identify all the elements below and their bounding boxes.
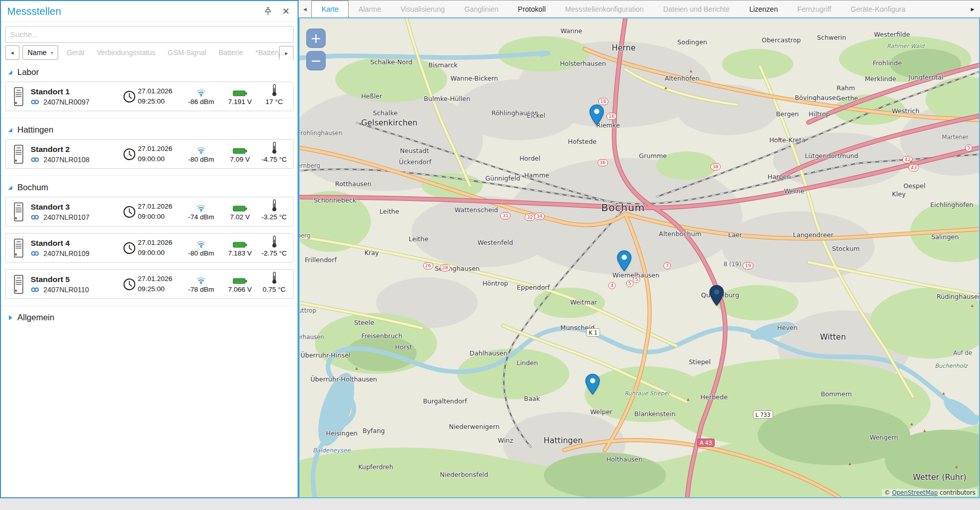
road-shield: 19: [743, 262, 753, 269]
map-label: Frillendorf: [305, 256, 337, 264]
measurement-row[interactable]: Standort 1 2407NLR0097 27.01.2026 09:25:…: [5, 82, 293, 111]
map-layer-labels: BochumGelsenkirchenHerneHattingenWittenW…: [300, 18, 979, 497]
map-label: Wanne: [560, 27, 582, 35]
battery-icon: [233, 147, 248, 155]
sort-field-button[interactable]: Name ▾: [22, 45, 58, 60]
tabs-scroll-left-icon[interactable]: ◄: [299, 1, 311, 17]
pin-icon[interactable]: [264, 7, 272, 16]
map-label: Eppendorf: [517, 283, 550, 291]
map-label: Byfang: [362, 426, 385, 434]
signal-value: -80 dBm: [188, 156, 214, 163]
wifi-icon: [196, 88, 206, 97]
tab-protokoll[interactable]: Protokoll: [508, 1, 555, 17]
pushpin-icon: [264, 7, 272, 16]
road-shield: 4: [608, 282, 616, 289]
sort-field-label: Name: [28, 48, 46, 57]
map-marker[interactable]: [709, 285, 724, 307]
tab-karte[interactable]: Karte: [311, 1, 349, 17]
temperature-value: 17 °C: [265, 98, 283, 106]
map-label: Welper: [590, 407, 612, 415]
map-label: Holthausen: [606, 455, 643, 463]
search-wrap: [5, 26, 293, 43]
group-header[interactable]: Labor: [1, 61, 298, 82]
battery-value: 7.191 V: [228, 98, 252, 106]
tab-visualisierung[interactable]: Visualisierung: [391, 1, 455, 17]
zoom-out-button[interactable]: −: [306, 51, 326, 70]
map-zoom-control: + −: [306, 29, 326, 70]
measurement-row[interactable]: Standort 2 2407NLR0108 27.01.2026 09:00:…: [5, 139, 293, 169]
road-shield: K 1: [586, 328, 600, 337]
tab-lizenzen[interactable]: Lizenzen: [740, 1, 788, 17]
tab-ganglinien[interactable]: Ganglinien: [455, 1, 508, 17]
map-label: Martener: [942, 134, 968, 141]
column-scroll-left-button[interactable]: ◂: [5, 45, 19, 60]
map-view[interactable]: BochumGelsenkirchenHerneHattingenWittenW…: [299, 17, 980, 498]
group-header[interactable]: Bochum: [1, 176, 298, 197]
column-field[interactable]: Verbindungsstatus: [96, 48, 155, 57]
tab-fernzugriff[interactable]: Fernzugriff: [788, 1, 841, 17]
link-icon: [31, 287, 39, 293]
device-serial: 2407NLR0097: [43, 98, 89, 106]
battery-value: 7.02 V: [230, 213, 250, 221]
osm-link[interactable]: OpenStreetMap: [892, 489, 938, 496]
measurement-time: 09:00:00: [138, 154, 182, 164]
measurement-date: 27.01.2026: [138, 86, 182, 96]
measurement-row[interactable]: Standort 3 2407NLR0107 27.01.2026 09:00:…: [5, 197, 293, 226]
map-label: Winz: [498, 437, 513, 444]
map-label: erhausen: [299, 334, 324, 341]
map-marker[interactable]: [585, 374, 600, 395]
temperature-value: 0.75 °C: [262, 286, 285, 293]
map-label: Wanne-Bickern: [451, 74, 498, 82]
tab-bar: ◄ KarteAlarmeVisualisierungGanglinienPro…: [299, 0, 980, 17]
panel-title: Messstellen: [7, 6, 61, 17]
group-header[interactable]: Hattingen: [1, 118, 298, 139]
close-icon[interactable]: ×: [283, 6, 289, 17]
tab-geräte-konfigura[interactable]: Geräte-Konfigura: [841, 1, 915, 17]
temperature-value: -4.75 °C: [261, 156, 287, 163]
column-field[interactable]: Gerät: [66, 48, 84, 57]
map-label: Stockum: [832, 244, 860, 252]
tab-messstellenkonfiguration[interactable]: Messstellenkonfiguration: [555, 1, 653, 17]
timestamp: 27.01.2026 09:00:00: [138, 144, 182, 165]
measurement-row[interactable]: Standort 4 2407NLR0109 27.01.2026 09:00:…: [5, 233, 293, 263]
map-label: Überruhr-Holthausen: [310, 375, 377, 383]
tabs-scroll-right-icon[interactable]: ►: [966, 1, 980, 17]
map-marker[interactable]: [589, 105, 604, 126]
map-label: uttrop: [299, 307, 316, 314]
peak-icon: ▲: [848, 461, 852, 466]
battery: 7.191 V: [220, 87, 259, 106]
map-label: Hattingen: [544, 436, 583, 445]
device-serial: 2407NLR0108: [43, 156, 89, 164]
row-identity: Standort 3 2407NLR0107: [31, 202, 89, 221]
map-marker[interactable]: [617, 250, 632, 271]
map-label: Rahmer Wald: [887, 43, 924, 49]
map-label: Westenfeld: [477, 238, 513, 246]
measurement-time: 09:25:00: [138, 284, 182, 294]
group-header[interactable]: Allgemein: [1, 306, 298, 327]
map-label: Leithe: [379, 208, 399, 215]
column-field[interactable]: Batterie: [218, 48, 243, 57]
map-label: Werne: [784, 187, 804, 195]
map-label: Überruhr-Hinsel: [301, 351, 351, 359]
road-shield: 31: [500, 212, 510, 219]
measurement-date: 27.01.2026: [138, 238, 182, 248]
battery-icon: [233, 90, 248, 97]
battery: 7.02 V: [220, 202, 259, 221]
map-label: Obercastrop: [762, 36, 801, 44]
wifi-icon: [196, 276, 206, 285]
map-label: Oespel: [903, 182, 925, 189]
link-icon: [31, 250, 39, 257]
road-shield: 5: [626, 280, 633, 287]
tab-alarme[interactable]: Alarme: [349, 1, 390, 17]
search-input[interactable]: [5, 26, 293, 43]
map-label: Rotthausen: [335, 180, 372, 187]
peak-icon: ▲: [954, 464, 959, 469]
tab-dateien-und-berichte[interactable]: Dateien und Berichte: [653, 1, 740, 17]
battery: 7.183 V: [220, 239, 259, 257]
site-name: Standort 2: [31, 145, 89, 154]
measurement-row[interactable]: Standort 5 2407NLR0110 27.01.2026 09:25:…: [5, 269, 293, 299]
column-field[interactable]: GSM-Signal: [168, 48, 206, 57]
timestamp: 27.01.2026 09:25:00: [138, 86, 182, 107]
column-scroll-right-button[interactable]: ▸: [279, 46, 293, 60]
zoom-in-button[interactable]: +: [306, 29, 326, 48]
